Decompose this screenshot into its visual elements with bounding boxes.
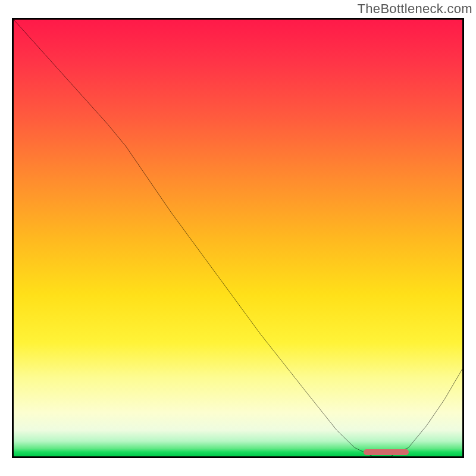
bottleneck-curve [14, 20, 462, 456]
watermark-text: TheBottleneck.com [358, 1, 472, 17]
chart-root: TheBottleneck.com [0, 0, 476, 476]
plot-area [12, 18, 464, 458]
optimal-range-marker [364, 449, 408, 455]
